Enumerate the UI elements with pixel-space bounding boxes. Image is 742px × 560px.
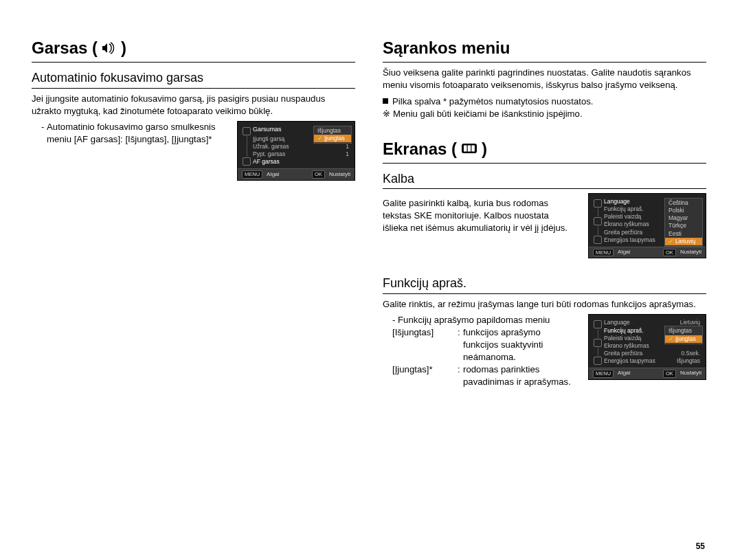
popup-option: Įjungtas <box>314 135 351 142</box>
funkciju-para: Galite rinktis, ar režimu įrašymas lange… <box>383 298 706 311</box>
default-note: Pilka spalva * pažymėtos numatytosios nu… <box>383 96 706 108</box>
heading-garsas: Garsas ( ) <box>32 37 355 63</box>
subheading-funkciju: Funkcijų apraš. <box>383 275 706 293</box>
display-tab-icon <box>594 339 602 347</box>
square-bullet-icon <box>383 98 388 104</box>
menu-row: Energijos taupymasIšjungtas <box>603 357 701 365</box>
funkciju-subitem: Funkcijų aprašymo papildomas meniu <box>392 314 576 326</box>
settings-tab-icon <box>594 236 602 244</box>
sound-tab-icon <box>594 199 602 208</box>
menu-row: AF garsas <box>251 158 350 166</box>
ss1-footer: MENU Atgal OK Nustatyti <box>238 168 355 180</box>
set-label: Nustatyti <box>329 171 350 178</box>
heading-ekranas: Ekranas ( ) <box>383 138 706 164</box>
menu-button-icon: MENU <box>593 249 614 257</box>
popup-option: Įjungtas <box>665 335 702 343</box>
opt-isjungtas: [Išjungtas]:funkcijos aprašymo funkcijos… <box>392 326 576 363</box>
popup-option: Magyar <box>665 214 702 222</box>
menu-row: Užrak. garsas1 <box>251 143 350 150</box>
kalba-para: Galite pasirinkti kalbą, kuria bus rodom… <box>383 197 576 234</box>
heading-ekranas-close: ) <box>482 138 487 160</box>
settings-tab-icon <box>594 357 602 365</box>
popup-option: Polski <box>665 207 702 214</box>
heading-close: ) <box>121 37 126 59</box>
menu-button-icon: MENU <box>242 170 262 179</box>
heading-ekranas-text: Ekranas ( <box>383 138 457 160</box>
opt-ijungtas: [Įjungtas]*:rodomas parinkties pavadinim… <box>392 363 576 388</box>
af-sound-subitem: Automatinio fokusavimo garso smulkesnis … <box>41 121 225 146</box>
popup-option: Išjungtas <box>665 327 702 335</box>
ok-button-icon: OK <box>663 249 676 257</box>
display-tab-icon <box>594 217 602 225</box>
screenshot-af-garsas: GarsumasVidutinis Įjungti garsąĮjungtasU… <box>237 121 355 181</box>
heading-sarankos: Sąrankos meniu <box>383 37 706 63</box>
ss2-footer: MENU Atgal OK Nustatyti <box>589 247 706 258</box>
sound-tab-icon <box>594 320 602 328</box>
screenshot-language: LanguageFunkcijų apraš.Paleisti vaizdąEk… <box>588 193 706 258</box>
popup-option: Išjungtas <box>314 127 351 135</box>
svg-rect-3 <box>471 145 475 151</box>
back-label: Atgal <box>618 249 630 256</box>
set-label: Nustatyti <box>680 249 701 256</box>
right-column: Sąrankos meniu Šiuo veiksena galite pari… <box>383 37 706 553</box>
display-tab-icon <box>243 157 251 166</box>
left-column: Garsas ( ) Automatinio fokusavimo garsas… <box>32 37 355 553</box>
popup-option: Lietuvių <box>665 238 702 245</box>
speaker-icon <box>102 41 117 55</box>
ss2-popup: ČeštinaPolskiMagyarTürkçeEestiLietuvių <box>664 198 703 246</box>
ss3-footer: MENU Atgal OK Nustatyti <box>589 368 706 379</box>
ss1-popup: IšjungtasĮjungtas <box>313 126 352 144</box>
menu-button-icon: MENU <box>593 370 614 378</box>
back-label: Atgal <box>267 171 279 178</box>
subheading-kalba: Kalba <box>383 170 706 189</box>
popup-option: Čeština <box>665 199 702 207</box>
change-note: ※Meniu gali būti keičiami be išankstinio… <box>383 108 706 120</box>
sarankos-para: Šiuo veiksena galite parinkti pagrindine… <box>383 67 706 91</box>
ok-button-icon: OK <box>663 370 676 378</box>
ss3-popup: IšjungtasĮjungtas <box>664 326 703 344</box>
ok-button-icon: OK <box>312 170 325 179</box>
subheading-af-sound: Automatinio fokusavimo garsas <box>32 69 355 88</box>
svg-rect-2 <box>468 145 471 151</box>
screenshot-funkciju: LanguageLietuviųFunkcijų apraš.Paleisti … <box>588 314 706 379</box>
menu-row: Greita peržiūra0.5sek. <box>603 350 701 357</box>
ss1-title: Garsumas <box>253 126 282 134</box>
popup-option: Türkçe <box>665 222 702 229</box>
set-label: Nustatyti <box>680 370 701 377</box>
af-sound-para: Jei įjungsite automatinio fokusavimo gar… <box>32 93 355 117</box>
display-icon <box>461 143 477 155</box>
back-label: Atgal <box>618 370 630 377</box>
page-number: 55 <box>696 541 705 552</box>
popup-option: Eesti <box>665 230 702 238</box>
reference-mark-icon: ※ <box>383 108 390 120</box>
svg-rect-1 <box>464 145 467 151</box>
sound-tab-icon <box>243 127 251 135</box>
heading-text: Garsas ( <box>32 37 98 59</box>
menu-row: Pypt. garsas1 <box>251 150 350 158</box>
